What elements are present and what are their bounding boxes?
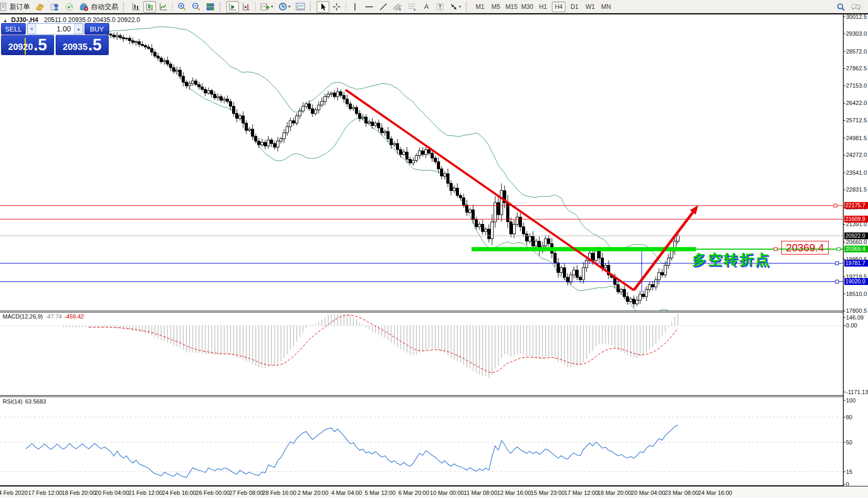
price-axis-tick: 17800.5	[846, 308, 867, 314]
price-axis-tick: 27153.0	[846, 82, 867, 89]
time-axis-label: 6 Mar 20:00	[399, 490, 430, 496]
price-tag: 19020.0	[844, 278, 868, 285]
volume-stepper: ▼ 1.00 ▲	[27, 23, 83, 35]
chart-canvas[interactable]	[0, 0, 868, 498]
price-axis-tick: 26422.0	[846, 100, 867, 106]
sell-button[interactable]: SELL	[1, 23, 26, 35]
time-axis-label: 20 Mar 04:00	[631, 490, 665, 496]
price-axis-tick: 25712.5	[846, 117, 867, 123]
time-axis-label: 10 Mar 00:00	[430, 490, 464, 496]
buy-price-frac: .5	[88, 36, 102, 54]
time-axis-label: 24 Feb 16:00	[162, 490, 196, 496]
volume-increase-button[interactable]: ▲	[74, 24, 83, 34]
price-tag: 20369.4	[844, 246, 868, 252]
macd-axis-tick: 146.09	[846, 314, 864, 321]
macd-main-value: -47.74	[45, 313, 61, 320]
volume-value[interactable]: 1.00	[36, 24, 74, 34]
time-axis-label: 18 Feb 20:00	[62, 490, 96, 496]
time-axis-label: 4 Mar 04:00	[331, 490, 362, 496]
price-axis-tick: 27862.5	[846, 65, 867, 71]
chart-ohlc-values: 20511.0 20935.0 20435.0 20922.0	[44, 16, 140, 24]
buy-price-button[interactable]: 20935 .5	[56, 35, 109, 55]
rsi-label: RSI(14)63.5683	[3, 398, 46, 405]
rsi-axis-tick: 50	[846, 439, 852, 446]
chart-title: ▲ DJ30-,H4 20511.0 20935.0 20435.0 20922…	[3, 16, 140, 24]
price-axis-tick: 18510.0	[846, 291, 867, 297]
macd-label: MACD(12,26,9)-47.74-459.42	[3, 313, 84, 320]
volume-decrease-button[interactable]: ▼	[27, 24, 36, 34]
rsi-axis-tick: 15	[846, 469, 852, 475]
price-tag: 20922.0	[844, 232, 868, 239]
time-axis-label: 5 Mar 12:00	[365, 490, 396, 496]
macd-axis-tick: -1171.13	[846, 389, 868, 395]
sell-price-button[interactable]: 20920 .5	[1, 35, 54, 55]
turning-point-annotation: 多空转折点	[692, 250, 771, 269]
time-axis-label: 11 Mar 08:00	[464, 490, 497, 496]
time-axis-label: 28 Feb 16:00	[263, 490, 297, 496]
price-axis-tick: 24981.5	[846, 135, 867, 141]
time-axis-label: 18 Mar 20:00	[598, 490, 632, 496]
chart-symbol-period: DJ30-,H4	[11, 16, 38, 24]
buy-button[interactable]: BUY	[85, 23, 109, 35]
rsi-value: 63.5683	[25, 398, 46, 405]
price-tag: 19781.7	[844, 260, 868, 267]
time-axis-label: 14 Feb 2020	[0, 490, 28, 496]
rsi-axis-tick: 100	[846, 397, 855, 404]
one-click-trade-panel: SELL ▼ 1.00 ▲ BUY 20920 .5 20935 .5	[1, 23, 109, 56]
time-axis-label: 2 Mar 20:00	[298, 490, 329, 496]
time-axis[interactable]: 14 Feb 202017 Feb 12:0018 Feb 20:0020 Fe…	[0, 486, 868, 498]
price-axis-tick: 20660.0	[846, 239, 867, 245]
time-axis-label: 17 Feb 12:00	[28, 490, 62, 496]
support-level-label[interactable]: 20369.4	[781, 241, 829, 255]
time-axis-label: 21 Feb 12:00	[129, 490, 163, 496]
sell-price-main: 20920	[8, 40, 33, 54]
time-axis-label: 26 Feb 00:00	[196, 490, 230, 496]
time-axis-label: 17 Mar 12:00	[564, 490, 599, 496]
time-axis-label: 24 Mar 16:00	[698, 490, 733, 496]
time-axis-label: 20 Feb 04:00	[95, 490, 129, 496]
time-axis-label: 12 Mar 16:00	[497, 490, 531, 496]
price-axis-tick: 23541.0	[846, 169, 867, 176]
time-axis-label: 27 Feb 08:00	[229, 490, 264, 496]
collapse-triangle-icon: ▲	[3, 18, 7, 23]
price-tag: 22175.7	[844, 202, 868, 209]
time-axis-label: 15 Mar 23:00	[531, 490, 565, 496]
price-axis-tick: 29303.0	[846, 30, 867, 37]
buy-price-main: 20935	[62, 40, 87, 54]
price-axis-tick: 22831.5	[846, 186, 867, 193]
price-tag: 21609.9	[844, 216, 868, 222]
price-axis-tick: 24272.0	[846, 152, 867, 158]
macd-axis-tick: 0.00	[846, 322, 857, 329]
macd-signal-value: -459.42	[65, 313, 84, 320]
time-axis-label: 23 Mar 08:00	[665, 490, 699, 496]
rsi-axis-tick: 80	[846, 414, 852, 420]
price-axis-tick: 28572.0	[846, 48, 867, 55]
price-axis-tick: 30012.5	[846, 14, 867, 20]
text-caret	[25, 38, 26, 55]
sell-price-frac: .5	[34, 36, 47, 54]
